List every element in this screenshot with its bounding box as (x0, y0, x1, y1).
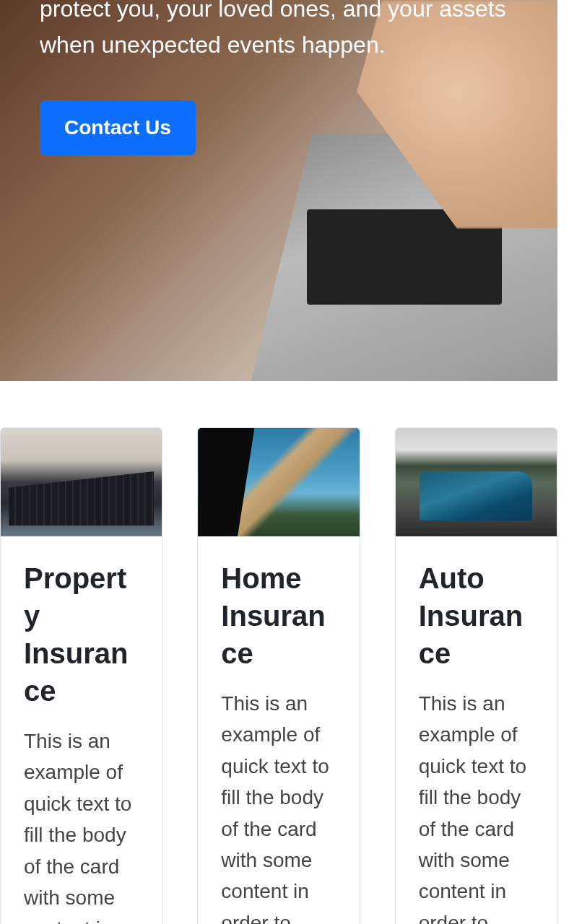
card-image-auto (396, 428, 557, 536)
card-property-insurance: Property Insurance This is an example of… (0, 427, 162, 924)
insurance-cards-section: Property Insurance This is an example of… (0, 381, 557, 924)
contact-us-button[interactable]: Contact Us (40, 100, 196, 155)
card-title: Auto Insurance (419, 559, 534, 672)
card-body: Auto Insurance This is an example of qui… (396, 536, 557, 924)
card-image-home (198, 428, 359, 536)
card-body: Home Insurance This is an example of qui… (198, 536, 359, 924)
card-text: This is an example of quick text to fill… (419, 688, 534, 924)
card-body: Property Insurance This is an example of… (1, 536, 162, 924)
card-text: This is an example of quick text to fill… (24, 725, 139, 924)
hero-section: protect you, your loved ones, and your a… (0, 0, 557, 381)
card-home-insurance: Home Insurance This is an example of qui… (197, 427, 360, 924)
hero-content: protect you, your loved ones, and your a… (0, 0, 557, 155)
card-image-property (1, 428, 162, 536)
card-text: This is an example of quick text to fill… (221, 688, 336, 924)
card-auto-insurance: Auto Insurance This is an example of qui… (395, 427, 557, 924)
card-title: Property Insurance (24, 559, 139, 710)
card-title: Home Insurance (221, 559, 336, 672)
hero-description: protect you, your loved ones, and your a… (40, 0, 518, 63)
